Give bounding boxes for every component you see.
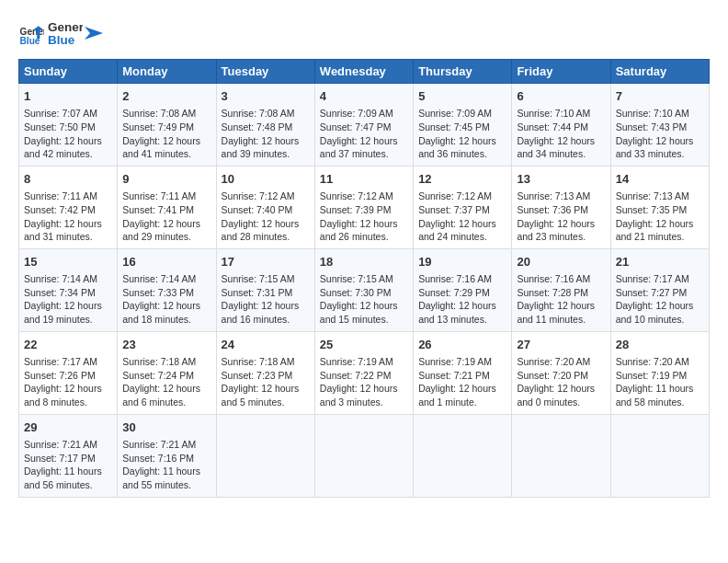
day-info: Sunset: 7:34 PM xyxy=(24,286,112,300)
calendar-cell: 27Sunrise: 7:20 AMSunset: 7:20 PMDayligh… xyxy=(512,331,610,414)
day-info: Daylight: 12 hours xyxy=(122,217,210,231)
day-info: Daylight: 12 hours xyxy=(320,134,408,148)
day-number: 5 xyxy=(418,88,506,105)
day-info: Sunset: 7:36 PM xyxy=(517,203,605,217)
calendar-cell: 13Sunrise: 7:13 AMSunset: 7:36 PMDayligh… xyxy=(512,166,610,248)
day-info: Sunrise: 7:08 AM xyxy=(122,107,210,121)
day-info: and 16 minutes. xyxy=(222,313,310,327)
day-info: and 34 minutes. xyxy=(517,147,605,161)
day-info: Daylight: 12 hours xyxy=(320,217,408,231)
day-info: Sunrise: 7:07 AM xyxy=(24,107,112,121)
col-header-wednesday: Wednesday xyxy=(314,60,413,84)
calendar-cell: 6Sunrise: 7:10 AMSunset: 7:44 PMDaylight… xyxy=(512,84,610,167)
day-info: Sunset: 7:29 PM xyxy=(418,286,506,300)
day-info: Sunset: 7:30 PM xyxy=(320,286,408,300)
day-info: Daylight: 12 hours xyxy=(24,299,112,313)
day-info: and 11 minutes. xyxy=(517,313,605,327)
day-info: and 33 minutes. xyxy=(616,147,704,161)
day-info: and 42 minutes. xyxy=(24,147,112,161)
day-info: Daylight: 11 hours xyxy=(616,382,704,396)
day-number: 6 xyxy=(517,88,605,105)
day-info: Daylight: 12 hours xyxy=(517,382,605,396)
day-number: 7 xyxy=(616,88,704,105)
header: General Blue General Blue xyxy=(18,17,710,50)
day-info: Daylight: 12 hours xyxy=(320,299,408,313)
day-number: 29 xyxy=(24,419,112,436)
col-header-thursday: Thursday xyxy=(414,60,512,84)
calendar-cell xyxy=(216,414,314,497)
day-info: Daylight: 12 hours xyxy=(517,217,605,231)
calendar-cell: 24Sunrise: 7:18 AMSunset: 7:23 PMDayligh… xyxy=(216,331,314,414)
day-info: and 21 minutes. xyxy=(616,230,704,244)
calendar-week-1: 1Sunrise: 7:07 AMSunset: 7:50 PMDaylight… xyxy=(19,84,710,167)
day-info: Sunset: 7:16 PM xyxy=(122,452,210,465)
calendar-table: SundayMondayTuesdayWednesdayThursdayFrid… xyxy=(18,59,710,498)
day-info: Sunset: 7:47 PM xyxy=(320,121,408,134)
day-info: Daylight: 12 hours xyxy=(122,382,210,396)
day-info: Sunset: 7:28 PM xyxy=(517,286,605,300)
day-number: 24 xyxy=(222,337,310,353)
day-number: 11 xyxy=(320,171,408,188)
day-number: 3 xyxy=(222,88,310,105)
calendar-cell: 11Sunrise: 7:12 AMSunset: 7:39 PMDayligh… xyxy=(314,166,413,248)
day-info: Daylight: 11 hours xyxy=(122,465,210,478)
day-info: Sunset: 7:19 PM xyxy=(616,369,704,383)
day-info: and 5 minutes. xyxy=(222,396,310,409)
day-info: Sunset: 7:50 PM xyxy=(24,121,112,134)
day-number: 8 xyxy=(24,171,112,188)
calendar-cell: 10Sunrise: 7:12 AMSunset: 7:40 PMDayligh… xyxy=(216,166,314,248)
day-info: and 8 minutes. xyxy=(24,396,112,409)
day-info: Daylight: 12 hours xyxy=(222,382,310,396)
day-info: Sunset: 7:23 PM xyxy=(222,369,310,383)
day-info: Daylight: 12 hours xyxy=(418,217,506,231)
day-info: Sunset: 7:21 PM xyxy=(418,369,506,383)
day-info: Sunrise: 7:15 AM xyxy=(222,272,310,286)
day-info: and 28 minutes. xyxy=(222,230,310,244)
day-info: Sunrise: 7:11 AM xyxy=(122,190,210,203)
day-info: Sunrise: 7:16 AM xyxy=(418,272,506,286)
day-number: 13 xyxy=(517,171,605,188)
day-info: Sunset: 7:26 PM xyxy=(24,369,112,383)
svg-marker-5 xyxy=(85,27,103,40)
day-info: Daylight: 12 hours xyxy=(418,382,506,396)
day-info: Daylight: 12 hours xyxy=(418,134,506,148)
calendar-cell xyxy=(610,414,709,497)
day-number: 18 xyxy=(320,254,408,270)
day-info: Sunrise: 7:12 AM xyxy=(222,190,310,203)
day-info: and 24 minutes. xyxy=(418,230,506,244)
day-number: 20 xyxy=(517,254,605,270)
calendar-cell: 12Sunrise: 7:12 AMSunset: 7:37 PMDayligh… xyxy=(414,166,512,248)
day-info: Daylight: 11 hours xyxy=(24,465,112,478)
calendar-cell: 26Sunrise: 7:19 AMSunset: 7:21 PMDayligh… xyxy=(414,331,512,414)
day-number: 14 xyxy=(616,171,704,188)
day-info: and 26 minutes. xyxy=(320,230,408,244)
col-header-friday: Friday xyxy=(512,60,610,84)
day-info: Daylight: 12 hours xyxy=(616,134,704,148)
day-info: Sunrise: 7:21 AM xyxy=(122,438,210,452)
day-info: Sunrise: 7:17 AM xyxy=(24,355,112,369)
day-info: Sunset: 7:31 PM xyxy=(222,286,310,300)
page-container: General Blue General Blue xyxy=(0,0,728,507)
day-number: 26 xyxy=(418,337,506,353)
day-info: Sunset: 7:37 PM xyxy=(418,203,506,217)
day-number: 23 xyxy=(122,337,210,353)
day-info: and 29 minutes. xyxy=(122,230,210,244)
day-info: Sunrise: 7:19 AM xyxy=(320,355,408,369)
day-info: and 10 minutes. xyxy=(616,313,704,327)
day-number: 4 xyxy=(320,88,408,105)
day-info: Sunrise: 7:15 AM xyxy=(320,272,408,286)
day-info: and 58 minutes. xyxy=(616,396,704,409)
day-info: Sunrise: 7:14 AM xyxy=(122,272,210,286)
day-info: Sunset: 7:33 PM xyxy=(122,286,210,300)
day-info: and 0 minutes. xyxy=(517,396,605,409)
day-info: Sunrise: 7:10 AM xyxy=(616,107,704,121)
day-info: Sunset: 7:44 PM xyxy=(517,121,605,134)
logo-graphic: General Blue xyxy=(48,17,83,50)
svg-text:General: General xyxy=(48,20,83,34)
day-info: Sunset: 7:17 PM xyxy=(24,452,112,465)
day-info: Sunrise: 7:13 AM xyxy=(616,190,704,203)
day-info: Daylight: 12 hours xyxy=(616,299,704,313)
day-info: Sunrise: 7:11 AM xyxy=(24,190,112,203)
day-info: Sunset: 7:39 PM xyxy=(320,203,408,217)
day-number: 9 xyxy=(122,171,210,188)
